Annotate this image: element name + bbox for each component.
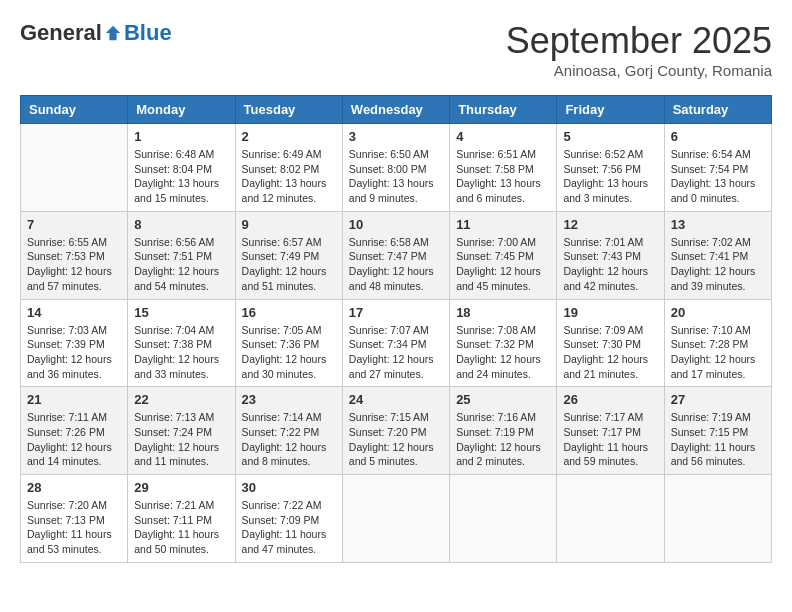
calendar-cell: 29Sunrise: 7:21 AMSunset: 7:11 PMDayligh… — [128, 475, 235, 563]
location-subtitle: Aninoasa, Gorj County, Romania — [506, 62, 772, 79]
daylight-text: Daylight: 12 hours — [349, 265, 434, 277]
calendar-cell: 28Sunrise: 7:20 AMSunset: 7:13 PMDayligh… — [21, 475, 128, 563]
day-info: Sunrise: 7:20 AMSunset: 7:13 PMDaylight:… — [27, 498, 121, 557]
daylight-text: Daylight: 13 hours — [134, 177, 219, 189]
day-number: 21 — [27, 392, 121, 407]
calendar-cell: 25Sunrise: 7:16 AMSunset: 7:19 PMDayligh… — [450, 387, 557, 475]
sunrise-text: Sunrise: 6:48 AM — [134, 148, 214, 160]
day-number: 1 — [134, 129, 228, 144]
calendar-cell: 26Sunrise: 7:17 AMSunset: 7:17 PMDayligh… — [557, 387, 664, 475]
daylight-text: Daylight: 12 hours — [349, 441, 434, 453]
day-number: 17 — [349, 305, 443, 320]
sunset-text: Sunset: 7:26 PM — [27, 426, 105, 438]
day-info: Sunrise: 7:14 AMSunset: 7:22 PMDaylight:… — [242, 410, 336, 469]
calendar-cell: 11Sunrise: 7:00 AMSunset: 7:45 PMDayligh… — [450, 211, 557, 299]
calendar-cell: 2Sunrise: 6:49 AMSunset: 8:02 PMDaylight… — [235, 124, 342, 212]
sunrise-text: Sunrise: 7:07 AM — [349, 324, 429, 336]
calendar-cell: 18Sunrise: 7:08 AMSunset: 7:32 PMDayligh… — [450, 299, 557, 387]
daylight-text: Daylight: 13 hours — [349, 177, 434, 189]
day-number: 4 — [456, 129, 550, 144]
weekday-header-friday: Friday — [557, 96, 664, 124]
calendar-cell: 16Sunrise: 7:05 AMSunset: 7:36 PMDayligh… — [235, 299, 342, 387]
daylight-text: Daylight: 13 hours — [671, 177, 756, 189]
daylight-text: and 59 minutes. — [563, 455, 638, 467]
sunset-text: Sunset: 7:41 PM — [671, 250, 749, 262]
sunrise-text: Sunrise: 7:09 AM — [563, 324, 643, 336]
day-info: Sunrise: 6:57 AMSunset: 7:49 PMDaylight:… — [242, 235, 336, 294]
calendar-cell: 8Sunrise: 6:56 AMSunset: 7:51 PMDaylight… — [128, 211, 235, 299]
daylight-text: and 30 minutes. — [242, 368, 317, 380]
calendar-cell: 7Sunrise: 6:55 AMSunset: 7:53 PMDaylight… — [21, 211, 128, 299]
day-number: 14 — [27, 305, 121, 320]
calendar-week-row: 28Sunrise: 7:20 AMSunset: 7:13 PMDayligh… — [21, 475, 772, 563]
daylight-text: and 17 minutes. — [671, 368, 746, 380]
day-number: 10 — [349, 217, 443, 232]
daylight-text: Daylight: 12 hours — [563, 265, 648, 277]
sunrise-text: Sunrise: 6:57 AM — [242, 236, 322, 248]
daylight-text: and 51 minutes. — [242, 280, 317, 292]
day-number: 24 — [349, 392, 443, 407]
day-number: 8 — [134, 217, 228, 232]
day-info: Sunrise: 6:54 AMSunset: 7:54 PMDaylight:… — [671, 147, 765, 206]
calendar-cell — [557, 475, 664, 563]
calendar-cell: 6Sunrise: 6:54 AMSunset: 7:54 PMDaylight… — [664, 124, 771, 212]
sunset-text: Sunset: 7:19 PM — [456, 426, 534, 438]
day-info: Sunrise: 7:02 AMSunset: 7:41 PMDaylight:… — [671, 235, 765, 294]
sunrise-text: Sunrise: 7:08 AM — [456, 324, 536, 336]
sunset-text: Sunset: 7:24 PM — [134, 426, 212, 438]
day-info: Sunrise: 7:17 AMSunset: 7:17 PMDaylight:… — [563, 410, 657, 469]
daylight-text: Daylight: 12 hours — [671, 353, 756, 365]
daylight-text: Daylight: 12 hours — [242, 265, 327, 277]
daylight-text: Daylight: 12 hours — [456, 441, 541, 453]
day-number: 15 — [134, 305, 228, 320]
daylight-text: and 8 minutes. — [242, 455, 311, 467]
sunrise-text: Sunrise: 6:52 AM — [563, 148, 643, 160]
calendar-cell: 15Sunrise: 7:04 AMSunset: 7:38 PMDayligh… — [128, 299, 235, 387]
weekday-header-monday: Monday — [128, 96, 235, 124]
sunset-text: Sunset: 7:51 PM — [134, 250, 212, 262]
sunset-text: Sunset: 7:58 PM — [456, 163, 534, 175]
sunrise-text: Sunrise: 6:49 AM — [242, 148, 322, 160]
sunset-text: Sunset: 7:43 PM — [563, 250, 641, 262]
day-info: Sunrise: 7:11 AMSunset: 7:26 PMDaylight:… — [27, 410, 121, 469]
sunrise-text: Sunrise: 7:02 AM — [671, 236, 751, 248]
calendar-week-row: 14Sunrise: 7:03 AMSunset: 7:39 PMDayligh… — [21, 299, 772, 387]
day-number: 3 — [349, 129, 443, 144]
sunset-text: Sunset: 7:30 PM — [563, 338, 641, 350]
day-info: Sunrise: 7:09 AMSunset: 7:30 PMDaylight:… — [563, 323, 657, 382]
month-title: September 2025 — [506, 20, 772, 62]
daylight-text: Daylight: 12 hours — [349, 353, 434, 365]
weekday-header-saturday: Saturday — [664, 96, 771, 124]
daylight-text: and 2 minutes. — [456, 455, 525, 467]
sunset-text: Sunset: 8:00 PM — [349, 163, 427, 175]
day-number: 18 — [456, 305, 550, 320]
daylight-text: Daylight: 12 hours — [134, 441, 219, 453]
daylight-text: Daylight: 11 hours — [563, 441, 648, 453]
daylight-text: Daylight: 12 hours — [134, 265, 219, 277]
day-info: Sunrise: 7:05 AMSunset: 7:36 PMDaylight:… — [242, 323, 336, 382]
day-info: Sunrise: 7:15 AMSunset: 7:20 PMDaylight:… — [349, 410, 443, 469]
daylight-text: and 54 minutes. — [134, 280, 209, 292]
sunset-text: Sunset: 8:02 PM — [242, 163, 320, 175]
sunrise-text: Sunrise: 6:58 AM — [349, 236, 429, 248]
sunrise-text: Sunrise: 7:01 AM — [563, 236, 643, 248]
page-header: General Blue September 2025 Aninoasa, Go… — [20, 20, 772, 79]
calendar-cell: 30Sunrise: 7:22 AMSunset: 7:09 PMDayligh… — [235, 475, 342, 563]
sunrise-text: Sunrise: 7:04 AM — [134, 324, 214, 336]
daylight-text: and 14 minutes. — [27, 455, 102, 467]
calendar-cell: 27Sunrise: 7:19 AMSunset: 7:15 PMDayligh… — [664, 387, 771, 475]
daylight-text: Daylight: 12 hours — [456, 265, 541, 277]
daylight-text: and 39 minutes. — [671, 280, 746, 292]
day-number: 5 — [563, 129, 657, 144]
day-number: 9 — [242, 217, 336, 232]
sunset-text: Sunset: 7:47 PM — [349, 250, 427, 262]
calendar-table: SundayMondayTuesdayWednesdayThursdayFrid… — [20, 95, 772, 563]
calendar-cell — [664, 475, 771, 563]
daylight-text: and 6 minutes. — [456, 192, 525, 204]
daylight-text: and 47 minutes. — [242, 543, 317, 555]
daylight-text: Daylight: 12 hours — [563, 353, 648, 365]
daylight-text: and 33 minutes. — [134, 368, 209, 380]
calendar-cell — [342, 475, 449, 563]
day-number: 22 — [134, 392, 228, 407]
day-info: Sunrise: 6:48 AMSunset: 8:04 PMDaylight:… — [134, 147, 228, 206]
